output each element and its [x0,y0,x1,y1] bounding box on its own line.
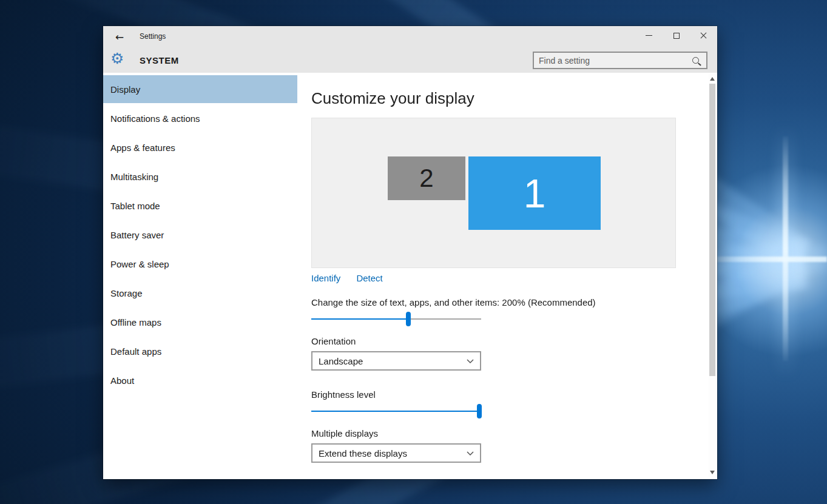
sidebar-item-label: Tablet mode [110,201,160,211]
scaling-slider[interactable] [311,311,481,327]
back-button[interactable]: ← [109,29,130,45]
minimize-icon [646,35,652,36]
back-icon: ← [115,31,124,43]
multiple-displays-dropdown[interactable]: Extend these displays [311,443,481,463]
sidebar-item-battery-saver[interactable]: Battery saver [103,221,297,249]
brightness-slider[interactable] [311,403,481,419]
monitor-1[interactable]: 1 [468,156,601,230]
sidebar-item-label: Display [110,84,140,95]
monitor-links: Identify Detect [311,273,676,283]
maximize-button[interactable] [663,26,690,45]
maximize-icon [673,33,680,39]
sidebar-item-label: About [110,375,134,386]
sidebar-item-label: Power & sleep [110,259,169,269]
scrollbar-thumb[interactable] [709,84,715,376]
search-icon[interactable] [692,57,699,64]
monitor-1-number: 1 [524,170,546,217]
sidebar: Display Notifications & actions Apps & f… [103,73,297,479]
scaling-slider-thumb[interactable] [406,312,411,326]
orientation-dropdown[interactable]: Landscape [311,351,481,371]
settings-window: ← Settings ⚙ SYSTEM Display Notification… [103,26,717,479]
brightness-label: Brightness level [311,389,676,401]
sidebar-item-label: Default apps [110,346,161,357]
sidebar-item-label: Apps & features [110,143,175,153]
window-title: Settings [140,32,166,41]
scaling-slider-fill [311,318,408,320]
sidebar-item-offline-maps[interactable]: Offline maps [103,308,297,336]
sidebar-item-apps-features[interactable]: Apps & features [103,133,297,161]
scrollbar-up-arrow-icon[interactable] [710,77,715,81]
content-heading: Customize your display [311,87,676,109]
orientation-value: Landscape [319,356,363,366]
chevron-down-icon [467,359,474,363]
scaling-label: Change the size of text, apps, and other… [311,297,676,309]
minimize-button[interactable] [635,26,663,45]
sidebar-item-default-apps[interactable]: Default apps [103,337,297,365]
sidebar-item-about[interactable]: About [103,366,297,394]
window-controls [635,26,717,45]
detect-link[interactable]: Detect [356,273,382,283]
brightness-slider-thumb[interactable] [477,404,482,418]
sidebar-item-display[interactable]: Display [103,75,297,103]
multiple-displays-label: Multiple displays [311,428,676,440]
identify-link[interactable]: Identify [311,273,340,283]
search-box[interactable] [533,52,707,69]
multiple-displays-value: Extend these displays [319,448,407,459]
monitor-preview: 2 1 [311,118,676,268]
sidebar-item-multitasking[interactable]: Multitasking [103,163,297,190]
sidebar-item-label: Multitasking [110,172,158,182]
brightness-slider-fill [311,411,479,412]
monitor-2[interactable]: 2 [388,156,465,200]
gear-icon: ⚙ [110,50,124,67]
sidebar-item-tablet-mode[interactable]: Tablet mode [103,192,297,220]
page-title: SYSTEM [140,55,179,66]
scrollbar[interactable] [709,74,716,477]
sidebar-item-notifications-actions[interactable]: Notifications & actions [103,104,297,132]
sidebar-item-label: Notifications & actions [110,113,200,124]
sidebar-item-label: Battery saver [110,230,164,240]
content-area: Customize your display 2 1 Identify Dete… [311,73,676,463]
sidebar-item-label: Storage [110,288,143,298]
sidebar-item-power-sleep[interactable]: Power & sleep [103,250,297,278]
close-button[interactable] [690,26,717,45]
sidebar-item-label: Offline maps [110,317,161,328]
light-cross-vertical [783,136,788,361]
close-icon [700,32,707,39]
monitor-2-number: 2 [419,164,433,193]
orientation-label: Orientation [311,335,676,348]
window-header: ← Settings ⚙ SYSTEM [103,26,717,73]
chevron-down-icon [467,451,474,455]
search-input[interactable] [534,53,692,68]
sidebar-item-storage[interactable]: Storage [103,279,297,307]
scrollbar-down-arrow-icon[interactable] [710,471,715,474]
